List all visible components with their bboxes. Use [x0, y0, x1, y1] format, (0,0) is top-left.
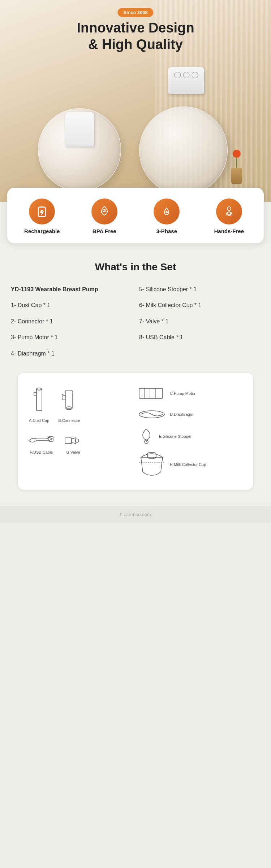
part-dust-cap: A.Dust Cap: [29, 387, 49, 423]
pump-display: [173, 70, 200, 80]
title-line2: & High Quality: [88, 37, 183, 52]
flower-vase-decoration: [226, 148, 248, 184]
footer-watermark: fi.carebao.com: [0, 506, 271, 523]
set-item-5: 5- Silicone Stopper * 1: [139, 285, 260, 293]
3phase-icon: [154, 199, 180, 224]
display-dot-3: [192, 72, 198, 78]
part-usb-cable: F.USB Cable: [27, 433, 56, 454]
diagram-section: A.Dust Cap B.Connector: [18, 373, 253, 490]
3phase-label: 3-Phase: [156, 228, 177, 234]
part-diaphragm: D.Diaphragm: [137, 408, 246, 421]
diagram-left: A.Dust Cap B.Connector: [25, 384, 134, 479]
part-connector: B.Connector: [58, 387, 80, 423]
diagram-container: A.Dust Cap B.Connector: [25, 384, 246, 479]
part-milk-collector: H.Milk Collector Cup: [137, 452, 246, 477]
display-dot-2: [183, 72, 189, 78]
pump-right: [139, 87, 233, 195]
usb-cable-svg: [27, 433, 56, 448]
set-col-right: 5- Silicone Stopper * 1 6- Milk Collecto…: [139, 285, 260, 366]
set-content: YD-1193 Wearable Breast Pump 1- Dust Cap…: [11, 285, 260, 366]
set-item-6: 6- Milk Collector Cup * 1: [139, 301, 260, 309]
svg-rect-7: [36, 389, 42, 411]
handsfree-label: Hands-Free: [214, 228, 244, 234]
pump-motor-svg: [137, 385, 166, 402]
part-valve: G.Valve: [63, 433, 83, 454]
flower-stem: [236, 150, 237, 170]
pump-right-motor: [168, 67, 204, 94]
features-strip: Rechargeable BPA Free 3-Phase: [7, 188, 264, 243]
hero-section: Since 2008 Innovative Design & High Qual…: [0, 0, 271, 202]
set-item-1: 1- Dust Cap * 1: [11, 301, 132, 309]
pump-right-body: [139, 106, 228, 195]
display-dot-1: [174, 72, 181, 78]
set-item-7: 7- Valve * 1: [139, 318, 260, 326]
feature-3phase: 3-Phase: [141, 199, 192, 234]
diaphragm-svg: [137, 408, 166, 421]
silicone-stopper-label: E.Silicone Stopper: [159, 434, 192, 439]
svg-marker-2: [40, 210, 44, 217]
watermark-text: fi.carebao.com: [120, 512, 151, 517]
set-product-name: YD-1193 Wearable Breast Pump: [11, 285, 132, 293]
svg-point-4: [227, 207, 231, 210]
set-item-3: 3- Pump Motor * 1: [11, 333, 132, 341]
pump-left-body: [38, 108, 121, 191]
part-silicone-stopper: E.Silicone Stopper: [137, 427, 246, 445]
silicone-stopper-svg: [137, 427, 155, 445]
feature-bpa-free: BPA Free: [79, 199, 130, 234]
usb-cable-label: F.USB Cable: [30, 450, 53, 454]
feature-rechargeable: Rechargeable: [17, 199, 67, 234]
pump-left: [38, 108, 125, 195]
diaphragm-label: D.Diaphragm: [170, 412, 193, 416]
pump-left-motor: [65, 112, 94, 147]
product-images-area: [13, 72, 258, 195]
rechargeable-label: Rechargeable: [24, 228, 60, 234]
bpa-free-icon: [91, 199, 117, 224]
valve-svg: [63, 433, 83, 448]
connector-svg: [59, 387, 79, 416]
milk-collector-svg: [137, 452, 166, 477]
valve-label: G.Valve: [66, 450, 80, 454]
title-line1: Innovative Design: [77, 20, 194, 35]
svg-rect-14: [139, 388, 163, 398]
handsfree-icon: [216, 199, 242, 224]
hero-title: Innovative Design & High Quality: [77, 20, 194, 53]
diagram-right: C.Pump Motor D.Diaphragm: [137, 384, 246, 479]
svg-rect-12: [65, 438, 72, 444]
milk-collector-label: H.Milk Collector Cup: [170, 462, 206, 467]
flower-head: [233, 150, 241, 158]
since-badge: Since 2008: [117, 8, 153, 17]
part-pump-motor: C.Pump Motor: [137, 385, 246, 402]
dust-cap-label: A.Dust Cap: [29, 418, 49, 423]
vase-body: [231, 168, 242, 184]
svg-point-3: [165, 211, 168, 213]
feature-handsfree: Hands-Free: [204, 199, 254, 234]
svg-rect-9: [66, 390, 72, 408]
diagram-top-parts: A.Dust Cap B.Connector: [25, 387, 134, 423]
set-item-2: 2- Connector * 1: [11, 318, 132, 326]
pump-motor-label: C.Pump Motor: [170, 391, 195, 396]
dust-cap-svg: [31, 387, 47, 416]
set-item-8: 8- USB Cable * 1: [139, 333, 260, 341]
diagram-bottom-parts: F.USB Cable G.Valve: [25, 433, 134, 454]
connector-label: B.Connector: [58, 418, 80, 423]
bpa-free-label: BPA Free: [93, 228, 116, 234]
rechargeable-icon: [29, 199, 55, 224]
set-section: What's in the Set YD-1193 Wearable Breas…: [0, 243, 271, 501]
set-col-left: YD-1193 Wearable Breast Pump 1- Dust Cap…: [11, 285, 132, 366]
set-item-4: 4- Diaphragm * 1: [11, 350, 132, 358]
set-title: What's in the Set: [11, 261, 260, 273]
